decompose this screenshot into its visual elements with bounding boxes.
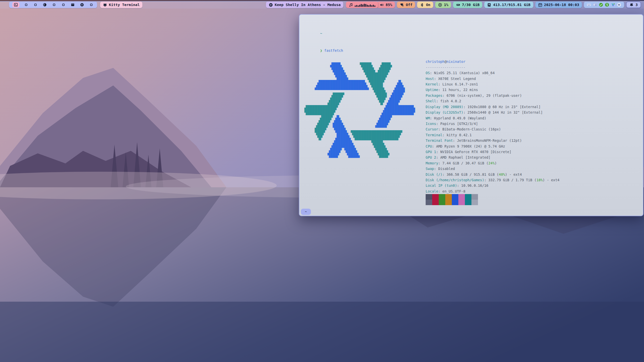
- visualizer-bar: [371, 5, 372, 7]
- status-bluetooth-module[interactable]: On: [417, 2, 433, 8]
- palette-swatch: [445, 194, 452, 200]
- bar-right-modules: 85%OffOn1%7/30 GiB413.17/915.81 GiB2025-…: [377, 2, 641, 8]
- visualizer-bar: [367, 5, 368, 7]
- status-clock-value: 2025-06-18 00:03: [544, 3, 579, 7]
- status-cpu-module[interactable]: 1%: [435, 2, 451, 8]
- workspace-7[interactable]: [70, 2, 75, 7]
- workspace-5[interactable]: [52, 2, 57, 7]
- calendar-icon: [538, 3, 542, 7]
- palette-swatch: [432, 194, 439, 200]
- visualizer-bar: [356, 5, 357, 7]
- fastfetch-line: CPU: AMD Ryzen 9 7900X (24) @ 5.74 GHz: [426, 144, 559, 149]
- fastfetch-line: Locale: en_US.UTF-8: [426, 189, 559, 194]
- workspace-2[interactable]: [24, 2, 29, 7]
- palette-swatch: [426, 194, 432, 200]
- palette-swatch: [471, 194, 478, 200]
- workspace-3[interactable]: [33, 2, 38, 7]
- media-modules: Keep Shelly In Athens - Medusa: [266, 2, 378, 8]
- spotify-icon[interactable]: [617, 3, 621, 7]
- empty-workspace-icon: [24, 3, 28, 7]
- status-wifi-value: Off: [406, 3, 412, 7]
- speaker-icon: [380, 3, 384, 7]
- status-disk-module[interactable]: 413.17/915.81 GiB: [484, 2, 533, 8]
- fastfetch-output: ▗▄▄▄ ▗▄▄▄▄ ▄▄▄▖ ▜███▙ ▜███▙ ▟███▛ ▜███▙ …: [303, 59, 643, 205]
- palette-swatch: [426, 200, 432, 205]
- palette-swatch: [458, 194, 465, 200]
- status-memory-module[interactable]: 7/30 GiB: [453, 2, 482, 8]
- notifications-module[interactable]: 3: [626, 2, 641, 8]
- disk-icon: [487, 3, 491, 7]
- visualizer-bar: [362, 5, 363, 7]
- palette-row: [426, 200, 559, 205]
- visualizer-bar: [368, 5, 369, 7]
- spotify-icon: [269, 3, 273, 7]
- system-tray: [584, 2, 624, 8]
- spotify-icon: [80, 3, 84, 7]
- check-circle-icon[interactable]: [599, 3, 603, 7]
- keyboard-icon[interactable]: [587, 3, 591, 7]
- workspace-8[interactable]: [79, 2, 85, 7]
- status-cpu-value: 1%: [444, 3, 448, 7]
- visualizer-bar: [374, 6, 375, 7]
- fastfetch-line: Disk (/): 366.58 GiB / 915.81 GiB (40%) …: [426, 172, 559, 177]
- fastfetch-line: -------------------: [426, 65, 559, 70]
- prompt-path-current: ~: [303, 209, 643, 216]
- fastfetch-line: WM: Hyprland 0.49.0 (Wayland): [426, 115, 559, 121]
- fastfetch-line: Packages: 6706 (nix-system), 29 (flatpak…: [426, 93, 559, 98]
- window-title-pill[interactable]: Kitty Terminal: [100, 2, 142, 8]
- visualizer-bar: [370, 5, 371, 7]
- workspaces-module: [9, 2, 97, 8]
- fastfetch-line: Swap: Disabled: [426, 166, 559, 171]
- vesktop-icon[interactable]: [611, 3, 615, 7]
- fastfetch-line: GPU 2: AMD Raphael [Integrated]: [426, 155, 559, 160]
- now-playing-label: Keep Shelly In Athens - Medusa: [275, 3, 341, 7]
- wifi-off-icon: [400, 3, 404, 7]
- visualizer-bar: [361, 4, 362, 7]
- fastfetch-line: Display (MD 20889): 1920x1080 @ 60 Hz in…: [426, 104, 559, 110]
- palette-swatch: [471, 200, 478, 205]
- fastfetch-line: Terminal Font: JetBrainsMonoNFM-Regular …: [426, 138, 559, 143]
- fastfetch-line: Cursor: Bibata-Modern-Classic (16px): [426, 126, 559, 132]
- nixos-logo: ▗▄▄▄ ▗▄▄▄▄ ▄▄▄▖ ▜███▙ ▜███▙ ▟███▛ ▜███▙ …: [304, 60, 415, 160]
- workspace-1[interactable]: [12, 2, 19, 8]
- music-note-icon: [349, 3, 353, 7]
- status-clock-module[interactable]: 2025-06-18 00:03: [535, 2, 582, 8]
- palette-swatch: [458, 200, 465, 205]
- palette-swatch: [452, 200, 458, 205]
- empty-workspace-icon: [89, 3, 93, 7]
- status-wifi-module[interactable]: Off: [397, 2, 415, 8]
- palette-row: [426, 194, 559, 200]
- now-playing-module[interactable]: Keep Shelly In Athens - Medusa: [266, 2, 343, 8]
- terminal-color-palette: [426, 194, 559, 205]
- status-volume-module[interactable]: 85%: [377, 2, 395, 8]
- files-icon: [71, 3, 75, 7]
- visualizer-bar: [365, 4, 366, 7]
- desktop: Kitty Terminal 85%OffOn1%7/30 GiB413.17/…: [0, 0, 644, 362]
- fastfetch-line: OS: NixOS 25.11 (Xantusia) x86_64: [426, 70, 559, 76]
- workspace-6[interactable]: [61, 2, 66, 7]
- workspace-9[interactable]: [89, 2, 94, 7]
- status-memory-value: 7/30 GiB: [462, 3, 479, 7]
- keepassxc-icon[interactable]: [605, 3, 609, 7]
- visualizer-bar: [355, 6, 356, 7]
- bell-icon: [629, 3, 634, 7]
- fastfetch-line: Shell: fish 4.0.2: [426, 98, 559, 104]
- palette-swatch: [445, 200, 452, 205]
- terminal-tab[interactable]: ~: [301, 209, 311, 215]
- fastfetch-info: christoph@nixinator-------------------OS…: [426, 59, 559, 205]
- audio-visualizer-module[interactable]: [346, 2, 378, 8]
- screenshot-icon[interactable]: [593, 3, 597, 7]
- status-volume-value: 85%: [386, 3, 392, 7]
- palette-swatch: [439, 194, 445, 200]
- window-title-label: Kitty Terminal: [109, 3, 140, 7]
- visualizer-bar: [359, 5, 360, 7]
- visualizer-bar: [373, 5, 374, 7]
- fastfetch-line: Host: X670E Steel Legend: [426, 76, 559, 81]
- bluetooth-icon: [420, 3, 424, 7]
- terminal-window[interactable]: ~ ❯ fastfetch ▗▄▄▄ ▗▄▄▄▄ ▄▄▄▖ ▜███▙ ▜███…: [299, 14, 643, 216]
- palette-swatch: [432, 200, 439, 205]
- palette-swatch: [465, 200, 471, 205]
- palette-swatch: [439, 200, 445, 205]
- terminal-icon: [14, 3, 18, 7]
- workspace-4[interactable]: [42, 2, 47, 7]
